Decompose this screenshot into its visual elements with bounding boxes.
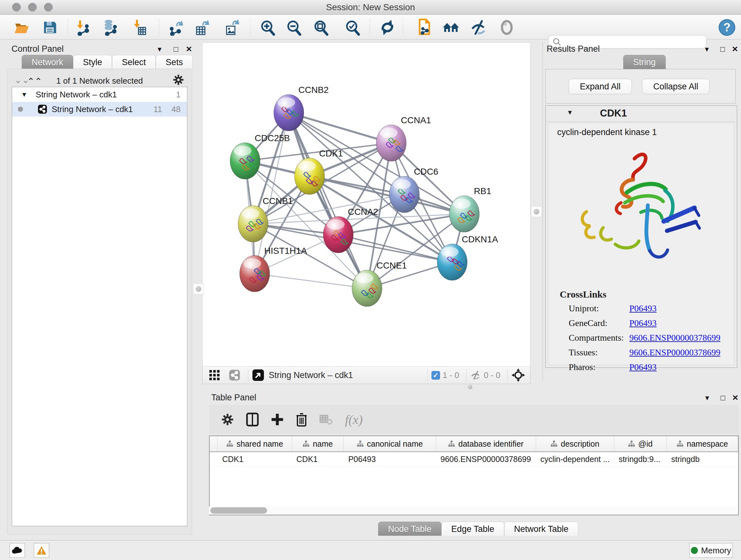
tab-node-table[interactable]: Node Table <box>378 522 441 536</box>
window-minimize-button[interactable] <box>28 3 37 11</box>
zoom-out-icon[interactable] <box>285 18 302 37</box>
tab-sets[interactable]: Sets <box>156 55 193 69</box>
panel-close-icon[interactable]: ✕ <box>732 393 738 402</box>
network-selection-status: 1 of 1 Network selected <box>7 76 192 86</box>
crosslink-label: GeneCard: <box>569 318 629 328</box>
grid-view-icon[interactable] <box>209 370 220 381</box>
node-table[interactable]: shared namenamecanonical namedatabase id… <box>209 435 739 515</box>
column-header-sharedname[interactable]: shared name <box>218 436 292 451</box>
collection-count: 1 <box>176 90 181 100</box>
network-edge[interactable] <box>289 113 367 288</box>
network-view-icon[interactable] <box>229 369 240 381</box>
create-column-plus-icon[interactable] <box>271 413 284 426</box>
tab-network[interactable]: Network <box>22 55 73 69</box>
import-network-file-icon[interactable] <box>73 18 91 37</box>
column-header-canonicalname[interactable]: canonical name <box>344 436 436 451</box>
zoom-selected-icon[interactable] <box>343 18 361 37</box>
scrollbar-thumb[interactable] <box>210 507 267 514</box>
column-header-databaseidentifier[interactable]: database identifier <box>436 436 536 451</box>
panel-close-icon[interactable]: ✕ <box>186 45 192 54</box>
export-image-icon[interactable] <box>223 18 241 37</box>
table-settings-gear-icon[interactable] <box>221 413 234 426</box>
column-header-id[interactable]: @id <box>614 436 667 451</box>
network-node-rb1[interactable]: RB1 <box>449 186 491 232</box>
save-session-icon[interactable] <box>41 18 59 37</box>
string-import-icon[interactable] <box>415 18 433 37</box>
cell-id[interactable]: stringdb:9... <box>614 452 667 466</box>
left-splitter-handle[interactable] <box>193 284 204 294</box>
zoom-fit-icon[interactable] <box>312 18 330 37</box>
expand-all-button[interactable]: Expand All <box>569 79 632 94</box>
table-hscrollbar[interactable] <box>209 506 738 515</box>
panel-float-icon[interactable]: □ <box>174 45 179 54</box>
hide-selected-icon[interactable] <box>470 18 488 37</box>
export-network-icon[interactable] <box>167 18 185 37</box>
crosslink-link[interactable]: P06493 <box>629 303 657 314</box>
bottom-splitter-handle[interactable] <box>465 384 475 390</box>
memory-button[interactable]: Memory <box>689 543 733 558</box>
cell-sharedname[interactable]: CDK1 <box>218 452 292 466</box>
tab-network-table[interactable]: Network Table <box>504 522 579 536</box>
gene-card-header[interactable]: ▼ CDK1 <box>546 106 737 122</box>
open-session-icon[interactable] <box>13 18 30 37</box>
show-columns-icon[interactable] <box>246 413 259 427</box>
tab-select[interactable]: Select <box>112 55 156 69</box>
help-icon[interactable]: ? <box>718 18 736 37</box>
column-header-name[interactable]: name <box>292 436 344 451</box>
birds-eye-view-icon[interactable] <box>252 369 264 381</box>
network-edge[interactable] <box>289 113 391 143</box>
window-close-button[interactable] <box>12 3 21 11</box>
panel-collapse-icon[interactable]: ▾ <box>705 45 709 54</box>
cell-databaseidentifier[interactable]: 9606.ENSP00000378699 <box>436 452 536 466</box>
panel-collapse-icon[interactable]: ▾ <box>705 393 709 402</box>
panel-close-icon[interactable]: ✕ <box>732 45 738 54</box>
network-row[interactable]: String Network – cdk1 11 48 <box>12 102 187 117</box>
tab-edge-table[interactable]: Edge Table <box>441 522 504 536</box>
collection-expander-icon[interactable]: ▼ <box>21 91 27 98</box>
window-zoom-button[interactable] <box>44 3 53 11</box>
string-network-graph[interactable]: CCNB2CCNA1CDC25BCDK1CDC6RB1CCNB1CCNA2CDK… <box>203 43 531 367</box>
delete-table-icon[interactable] <box>320 414 333 425</box>
cell-description[interactable]: cyclin-dependent ... <box>536 452 614 466</box>
home-networks-icon[interactable] <box>442 18 460 37</box>
network-edge[interactable] <box>255 273 367 288</box>
panel-float-icon[interactable]: □ <box>720 45 725 54</box>
column-header-description[interactable]: description <box>536 436 614 451</box>
crosslink-link[interactable]: 9606.ENSP00000378699 <box>629 348 720 358</box>
import-network-database-icon[interactable] <box>101 18 119 37</box>
network-node-ccne1[interactable]: CCNE1 <box>352 260 407 307</box>
export-table-icon[interactable] <box>193 18 211 37</box>
panel-float-icon[interactable]: □ <box>721 393 725 402</box>
network-canvas[interactable]: CCNB2CCNA1CDC25BCDK1CDC6RB1CCNB1CCNA2CDK… <box>202 43 530 367</box>
table-row[interactable]: CDK1CDK1P064939606.ENSP00000378699cyclin… <box>210 452 738 467</box>
cell-canonicalname[interactable]: P06493 <box>344 452 436 466</box>
warning-status-button[interactable] <box>34 543 49 558</box>
right-splitter-handle[interactable] <box>531 206 542 217</box>
network-node-hist1h1a[interactable]: HIST1H1A <box>240 246 307 292</box>
tab-string[interactable]: String <box>623 55 666 69</box>
apply-layout-icon[interactable] <box>379 18 396 37</box>
tab-style[interactable]: Style <box>73 55 112 69</box>
collapse-all-button[interactable]: Collapse All <box>642 79 710 94</box>
import-table-file-icon[interactable] <box>130 18 148 37</box>
zoom-in-icon[interactable] <box>259 18 276 37</box>
gene-expander-icon[interactable]: ▼ <box>567 109 573 116</box>
panel-collapse-icon[interactable]: ▾ <box>158 45 161 54</box>
hidden-eye-icon[interactable] <box>470 370 481 380</box>
cell-name[interactable]: CDK1 <box>292 452 344 466</box>
network-collection-row[interactable]: ▼ String Network – cdk1 1 <box>12 87 187 102</box>
network-options-gear-icon[interactable] <box>173 74 184 87</box>
network-node-cdkn1a[interactable]: CDKN1A <box>437 234 498 280</box>
function-builder-icon[interactable]: f(x) <box>345 412 363 427</box>
toolbar-separator <box>427 369 428 381</box>
cloud-status-button[interactable] <box>10 543 25 558</box>
column-header-namespace[interactable]: namespace <box>667 436 738 451</box>
crosslink-link[interactable]: P06493 <box>629 318 657 328</box>
selected-checkbox-icon[interactable]: ✓ <box>431 371 440 380</box>
crosslink-link[interactable]: P06493 <box>629 362 657 372</box>
show-all-icon[interactable] <box>498 18 516 37</box>
delete-column-trash-icon[interactable] <box>296 413 307 427</box>
crosshair-icon[interactable] <box>512 368 525 382</box>
crosslink-link[interactable]: 9606.ENSP00000378699 <box>629 333 720 343</box>
cell-namespace[interactable]: stringdb <box>667 452 738 466</box>
